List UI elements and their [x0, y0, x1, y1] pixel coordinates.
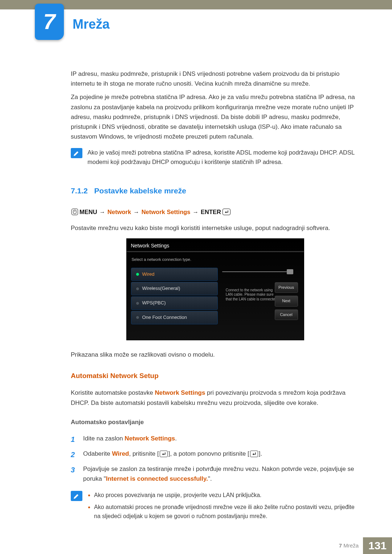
chapter-title: Mreža	[73, 14, 110, 35]
dialog-hint: Connect to the network using LAN cable. …	[226, 288, 280, 302]
step-text: Odaberite Wired, pritisnite [], a potom …	[83, 449, 359, 459]
svg-rect-0	[73, 210, 76, 214]
enter-icon	[160, 451, 168, 457]
text-highlight: Network Settings	[124, 435, 175, 442]
cable-jack-icon	[287, 269, 293, 274]
text: Idite na zaslon	[83, 435, 124, 442]
step-number: 1	[71, 434, 78, 445]
enter-icon	[250, 451, 258, 457]
section-number: 7.1.2	[71, 186, 88, 195]
dialog-buttons: Previous Next Cancel	[275, 282, 298, 320]
cable-wire-icon	[222, 271, 287, 272]
option-label: Wired	[142, 271, 155, 278]
list-item: Ako proces povezivanja ne uspije, provje…	[94, 491, 359, 500]
chapter-badge: 7	[35, 4, 64, 40]
note-list: Ako proces povezivanja ne uspije, provje…	[87, 491, 359, 521]
note-block: Ako je vašoj mreži potrebna statična IP …	[71, 148, 359, 167]
page-number: 131	[363, 537, 392, 554]
text-highlight: Wired	[112, 450, 129, 457]
paragraph: Postavite mrežnu vezu kako biste mogli k…	[71, 223, 359, 233]
option-wps[interactable]: WPS(PBC)	[131, 296, 218, 310]
text: ".	[208, 475, 212, 482]
footer-chapter-number: 7	[339, 542, 342, 549]
text: .	[175, 435, 177, 442]
page-footer: 7 Mreža 131	[0, 537, 392, 554]
note-text: Ako je vašoj mreži potrebna statična IP …	[87, 148, 359, 167]
cable-illustration	[222, 264, 293, 279]
step-item: 1 Idite na zaslon Network Settings.	[71, 434, 359, 445]
footer-crumb: 7 Mreža	[339, 541, 359, 550]
option-onefoot[interactable]: One Foot Connection	[131, 311, 218, 324]
paragraph: Prikazana slika može se razlikovati ovis…	[71, 350, 359, 360]
next-button[interactable]: Next	[275, 296, 298, 307]
text: ], a potom ponovno pritisnite [	[168, 450, 249, 457]
option-wired[interactable]: Wired	[131, 268, 218, 281]
cancel-button[interactable]: Cancel	[275, 309, 298, 320]
paragraph: Za pojedine je mreže potrebna statična I…	[71, 92, 359, 141]
network-settings-dialog: Network Settings Select a network connec…	[126, 238, 304, 340]
step-number: 3	[71, 464, 78, 476]
menupath-settings: Network Settings	[142, 207, 191, 217]
option-label: Wireless(General)	[142, 285, 180, 292]
radio-icon	[136, 301, 139, 305]
section-heading: 7.1.2 Postavke kabelske mreže	[71, 185, 359, 197]
footer-chapter-title: Mreža	[343, 542, 359, 549]
paragraph: IP adresu, masku podmreže, pristupnik i …	[71, 69, 359, 89]
text: Koristite automatske postavke	[71, 389, 155, 396]
text: ].	[259, 450, 262, 457]
radio-icon	[136, 272, 139, 276]
step-item: 3 Pojavljuje se zaslon za testiranje mre…	[71, 464, 359, 484]
arrow-icon: →	[192, 207, 199, 217]
menupath-network: Network	[107, 207, 131, 217]
page-content: IP adresu, masku podmreže, pristupnik i …	[71, 69, 359, 530]
subsection-heading: Automatski Network Setup	[71, 370, 359, 381]
menupath-menu: MENU	[79, 207, 97, 217]
text: Odaberite	[83, 450, 112, 457]
enter-icon	[222, 209, 230, 215]
text-highlight: Network Settings	[155, 389, 205, 396]
option-label: One Foot Connection	[142, 314, 187, 321]
list-item: Ako automatski proces ne pronađe vrijedn…	[94, 503, 359, 521]
dialog-title: Network Settings	[127, 239, 212, 252]
pencil-icon	[71, 491, 82, 501]
text-highlight: Internet is connected successfully.	[106, 475, 208, 482]
connection-options: Wired Wireless(General) WPS(PBC) One Foo…	[127, 268, 222, 324]
radio-icon	[136, 287, 139, 291]
steps-heading: Automatsko postavljanje	[71, 417, 359, 427]
text: , pritisnite [	[129, 450, 159, 457]
step-text: Idite na zaslon Network Settings.	[83, 434, 359, 443]
pencil-icon	[71, 148, 82, 158]
note-block: Ako proces povezivanja ne uspije, provje…	[71, 491, 359, 524]
paragraph: Koristite automatske postavke Network Se…	[71, 388, 359, 407]
section-title: Postavke kabelske mreže	[94, 186, 186, 195]
option-wireless[interactable]: Wireless(General)	[131, 282, 218, 295]
chapter-number: 7	[43, 4, 55, 39]
svg-point-1	[74, 211, 75, 212]
menu-path: MENU → Network → Network Settings → ENTE…	[71, 207, 359, 217]
step-item: 2 Odaberite Wired, pritisnite [], a poto…	[71, 449, 359, 460]
remote-icon	[72, 209, 78, 215]
arrow-icon: →	[133, 207, 139, 217]
previous-button[interactable]: Previous	[275, 282, 298, 293]
arrow-icon: →	[99, 207, 106, 217]
radio-icon	[136, 316, 139, 319]
step-text: Pojavljuje se zaslon za testiranje mreže…	[83, 464, 359, 484]
menupath-enter: ENTER	[201, 207, 221, 217]
note-text: Ako proces povezivanja ne uspije, provje…	[87, 491, 359, 524]
step-number: 2	[71, 449, 78, 460]
option-label: WPS(PBC)	[142, 299, 166, 307]
